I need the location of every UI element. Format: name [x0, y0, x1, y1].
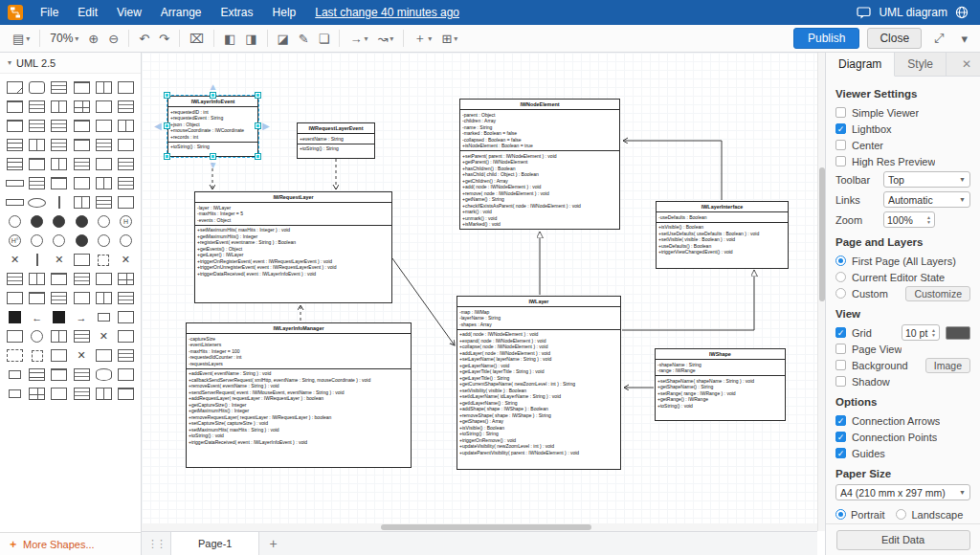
- shape-thumbnail-rectsm[interactable]: [98, 313, 110, 322]
- shape-thumbnail-toprect[interactable]: [74, 139, 90, 151]
- shape-thumbnail-list[interactable]: [96, 196, 112, 209]
- shape-thumbnail-list[interactable]: [74, 368, 90, 381]
- tab-style[interactable]: Style: [895, 53, 947, 76]
- checkbox-checked[interactable]: [835, 415, 846, 426]
- customize-button[interactable]: Customize: [905, 286, 970, 301]
- shape-thumbnail-circle[interactable]: [53, 234, 65, 247]
- shape-thumbnail-card[interactable]: [29, 81, 45, 94]
- shape-thumbnail-list[interactable]: [96, 139, 112, 151]
- guides-row[interactable]: Guides: [835, 445, 970, 461]
- zoom-input[interactable]: 100% ▲▼: [883, 211, 935, 228]
- shape-thumbnail-list[interactable]: [118, 100, 134, 113]
- direction-arrow-icon[interactable]: ▲: [209, 82, 218, 92]
- tab-diagram[interactable]: Diagram: [826, 53, 895, 77]
- checkbox-row-high-res[interactable]: High Res Preview: [835, 153, 970, 169]
- shape-thumbnail-hbars[interactable]: [29, 368, 45, 381]
- shape-thumbnail-rect[interactable]: [7, 330, 23, 343]
- shape-thumbnail-sqfill[interactable]: [53, 311, 65, 323]
- shape-thumbnail-colrect[interactable]: [51, 158, 67, 170]
- shape-thumbnail-colrect[interactable]: [96, 177, 112, 189]
- shape-thumbnail-vbar[interactable]: [58, 196, 60, 209]
- selection-handle[interactable]: [165, 123, 169, 128]
- radio-selected[interactable]: [835, 509, 846, 520]
- shape-thumbnail-rect[interactable]: [118, 330, 134, 343]
- selection-handle[interactable]: [165, 93, 169, 98]
- shape-thumbnail-rect[interactable]: [96, 100, 112, 113]
- shape-thumbnail-list[interactable]: [118, 177, 134, 189]
- stepper-icon[interactable]: ▲▼: [926, 215, 931, 225]
- selection-handle[interactable]: [256, 123, 260, 128]
- shape-thumbnail-circlefill[interactable]: [76, 234, 88, 247]
- insert-dropdown[interactable]: ＋▾: [409, 28, 436, 49]
- shape-thumbnail-grid[interactable]: [29, 388, 45, 400]
- waypoint-style-dropdown[interactable]: ↝▾: [372, 30, 398, 48]
- radio-row-custom[interactable]: Custom Customize: [835, 285, 970, 301]
- uml-class-IWLayer[interactable]: IWLayer-map : IWMap-layerName : String-s…: [457, 296, 621, 470]
- shape-thumbnail-toprect[interactable]: [51, 368, 67, 381]
- checkbox-row-center[interactable]: Center: [835, 137, 970, 153]
- checkbox[interactable]: [835, 156, 846, 166]
- fill-color-button[interactable]: ◪: [273, 30, 294, 48]
- shape-section-header[interactable]: ▾ UML 2.5: [0, 53, 141, 74]
- shape-thumbnail-rect[interactable]: [118, 368, 134, 381]
- shape-thumbnail-rect[interactable]: [7, 292, 23, 304]
- shape-thumbnail-rect[interactable]: [96, 120, 112, 132]
- shape-thumbnail-dashedsm[interactable]: [32, 350, 43, 362]
- publish-button[interactable]: Publish: [793, 28, 859, 49]
- shape-thumbnail-circle[interactable]: [120, 234, 132, 247]
- radio[interactable]: [896, 509, 906, 520]
- shape-thumbnail-hcirc[interactable]: H: [120, 215, 132, 228]
- connection-style-dropdown[interactable]: →▾: [345, 30, 372, 48]
- to-back-button[interactable]: ◨: [240, 30, 261, 48]
- shape-thumbnail-xshape[interactable]: ✕: [74, 349, 90, 362]
- add-page-button[interactable]: +: [259, 536, 286, 551]
- menu-view[interactable]: View: [107, 0, 151, 25]
- table-dropdown[interactable]: ⊞▾: [436, 30, 462, 48]
- selection-handle[interactable]: [211, 93, 215, 98]
- shape-thumbnail-toprect[interactable]: [51, 273, 67, 285]
- shape-thumbnail-rect[interactable]: [96, 158, 112, 170]
- uml-class-IWLayerInfoEvent[interactable]: IWLayerInfoEvent+requestedID : int+reque…: [167, 96, 258, 157]
- shape-thumbnail-arrowl[interactable]: ←: [29, 311, 45, 323]
- grid-size-input[interactable]: 10 pt ▲▼: [902, 324, 940, 341]
- shape-thumbnail-list[interactable]: [51, 81, 67, 94]
- uml-class-IWRequestLayerEvent[interactable]: IWRequestLayerEvent+eventName : String+t…: [297, 122, 375, 159]
- menu-extras[interactable]: Extras: [212, 0, 263, 25]
- shape-thumbnail-list[interactable]: [74, 388, 90, 400]
- shape-thumbnail-list[interactable]: [29, 177, 45, 189]
- shape-thumbnail-list[interactable]: [51, 292, 67, 304]
- checkbox-checked[interactable]: [835, 327, 846, 338]
- shape-thumbnail-colrect[interactable]: [74, 196, 90, 209]
- shape-thumbnail-grid[interactable]: [74, 100, 90, 113]
- direction-arrow-icon[interactable]: ▶: [262, 122, 270, 131]
- background-row[interactable]: Background Image: [835, 357, 970, 373]
- connector-layer-interface[interactable]: [622, 270, 754, 330]
- menu-arrange[interactable]: Arrange: [151, 0, 212, 25]
- shape-thumbnail-cyl[interactable]: [96, 368, 112, 381]
- shape-thumbnail-rect[interactable]: [51, 388, 67, 400]
- shape-thumbnail-rect[interactable]: [74, 177, 90, 189]
- shape-thumbnail-hbars[interactable]: [7, 158, 23, 170]
- grid-color-swatch[interactable]: [946, 326, 970, 340]
- connection-arrows-row[interactable]: Connection Arrows: [835, 412, 970, 429]
- close-button[interactable]: Close: [867, 28, 922, 49]
- shape-thumbnail-list[interactable]: [51, 120, 67, 132]
- checkbox[interactable]: [835, 140, 846, 150]
- landscape-radio[interactable]: Landscape: [896, 509, 963, 521]
- menu-edit[interactable]: Edit: [68, 0, 107, 25]
- shape-thumbnail-vbar[interactable]: [36, 254, 38, 266]
- shape-thumbnail-rect[interactable]: [96, 349, 112, 362]
- shape-thumbnail-circlefill[interactable]: [53, 215, 65, 228]
- checkbox-checked[interactable]: [835, 448, 846, 458]
- shape-thumbnail-circle[interactable]: [31, 234, 43, 247]
- line-color-button[interactable]: ✎: [294, 30, 314, 48]
- shape-thumbnail-toprect[interactable]: [74, 81, 90, 94]
- menu-file[interactable]: File: [31, 0, 68, 25]
- scrollbar-thumb[interactable]: [381, 524, 591, 530]
- edit-data-button[interactable]: Edit Data: [836, 530, 970, 550]
- shape-thumbnail-toprect[interactable]: [51, 177, 67, 189]
- shape-thumbnail-rect[interactable]: [118, 81, 134, 94]
- checkbox[interactable]: [835, 360, 846, 370]
- shape-thumbnail-circle[interactable]: [98, 234, 110, 247]
- shape-thumbnail-xshape[interactable]: ✕: [118, 254, 134, 266]
